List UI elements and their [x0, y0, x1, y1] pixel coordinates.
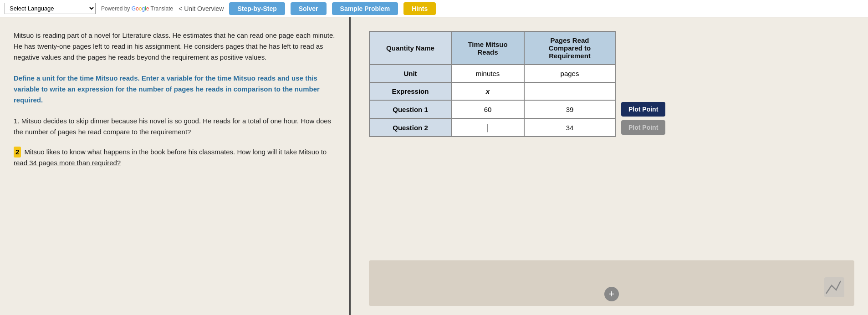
expr-label: Expression	[369, 82, 451, 100]
bold-instruction: Define a unit for the time Mitsuo reads.…	[14, 73, 336, 106]
col-header-qty: Quantity Name	[369, 31, 451, 65]
unit-overview-link[interactable]: < Unit Overview	[179, 5, 224, 12]
svg-rect-0	[824, 277, 844, 297]
main-content: Mitsuo is reading part of a novel for Li…	[0, 17, 868, 315]
plot-point-button-2: Plot Point	[621, 120, 665, 135]
q1-pages: 39	[524, 100, 615, 118]
question1-body: Mitsuo decides to skip dinner because hi…	[14, 117, 331, 136]
add-point-button[interactable]: +	[604, 287, 619, 301]
question2-body: Mitsuo likes to know what happens in the…	[14, 148, 327, 167]
unit-pages: pages	[524, 65, 615, 82]
q2-time-cursor: │	[485, 124, 490, 132]
q2-time[interactable]: │	[451, 118, 524, 137]
table-row-q1: Question 1 60 39 Plot Point	[369, 100, 666, 118]
q1-time: 60	[451, 100, 524, 118]
language-select[interactable]: Select Language	[5, 3, 96, 14]
data-table: Quantity Name Time Mitsuo Reads Pages Re…	[369, 31, 666, 137]
top-bar: Select Language Powered by Google Transl…	[0, 0, 868, 17]
q2-label: Question 2	[369, 118, 451, 137]
expr-time-value: x	[486, 87, 490, 95]
graph-icon	[823, 276, 845, 301]
col-header-time: Time Mitsuo Reads	[451, 31, 524, 65]
col-header-pages: Pages Read Compared to Requirement	[524, 31, 615, 65]
question2-badge: 2	[14, 147, 21, 158]
sample-problem-button[interactable]: Sample Problem	[332, 2, 398, 15]
table-row-unit: Unit minutes pages	[369, 65, 666, 82]
table-row-q2: Question 2 │ 34 Plot Point	[369, 118, 666, 137]
table-row-expr: Expression x	[369, 82, 666, 100]
unit-label: Unit	[369, 65, 451, 82]
powered-by-label: Powered by Google Translate	[101, 5, 173, 12]
expr-btn-cell	[615, 82, 666, 100]
q2-pages: 34	[524, 118, 615, 137]
question1-number: 1.	[14, 117, 20, 125]
q2-btn-cell: Plot Point	[615, 118, 666, 137]
solver-button[interactable]: Solver	[291, 2, 327, 15]
left-panel: Mitsuo is reading part of a novel for Li…	[0, 17, 351, 315]
hints-button[interactable]: Hints	[403, 2, 436, 15]
expr-time: x	[451, 82, 524, 100]
question2-text: 2 Mitsuo likes to know what happens in t…	[14, 147, 336, 168]
unit-btn-cell	[615, 65, 666, 82]
right-panel: Quantity Name Time Mitsuo Reads Pages Re…	[351, 17, 868, 315]
q1-label: Question 1	[369, 100, 451, 118]
expr-pages	[524, 82, 615, 100]
graph-area: +	[369, 260, 854, 306]
problem-paragraph1: Mitsuo is reading part of a novel for Li…	[14, 30, 336, 63]
question1-text: 1. Mitsuo decides to skip dinner because…	[14, 116, 336, 137]
q1-btn-cell: Plot Point	[615, 100, 666, 118]
plot-point-button-1[interactable]: Plot Point	[621, 102, 665, 117]
unit-time: minutes	[451, 65, 524, 82]
step-by-step-button[interactable]: Step-by-Step	[229, 2, 285, 15]
